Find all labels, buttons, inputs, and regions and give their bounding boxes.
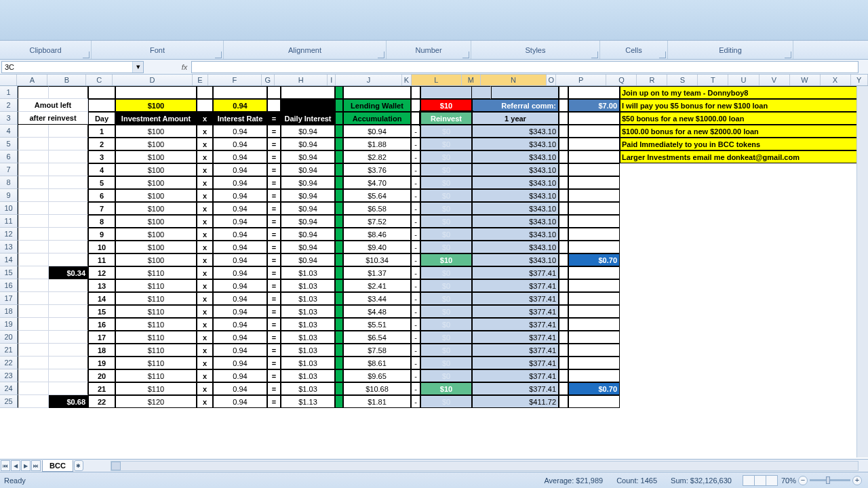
cell-E[interactable]: x — [197, 163, 213, 176]
cell-E[interactable]: x — [197, 292, 213, 305]
cell-E[interactable] — [197, 99, 213, 112]
cell-K[interactable]: - — [411, 292, 420, 305]
row-header-12[interactable]: 12 — [0, 228, 18, 241]
header-1year[interactable]: 1 year — [472, 112, 559, 125]
cell-reinvest[interactable]: $10 — [420, 382, 472, 395]
cell-investment[interactable]: $110 — [115, 279, 197, 292]
cell-I[interactable] — [335, 215, 343, 228]
cell-G[interactable] — [267, 99, 281, 112]
cell-reinvest[interactable]: $0 — [420, 292, 472, 305]
column-header-M[interactable]: M — [462, 75, 480, 85]
column-header-C[interactable]: C — [86, 75, 113, 85]
cell-daily-interest[interactable]: $1.03 — [281, 382, 335, 395]
zoom-out-button[interactable]: − — [798, 476, 808, 485]
cell-A[interactable]: after reinvest — [18, 112, 88, 125]
cell-D[interactable] — [115, 86, 197, 99]
cell-K[interactable]: - — [411, 369, 420, 382]
cell-I[interactable] — [335, 138, 343, 150]
cell-day[interactable]: 3 — [88, 150, 115, 163]
row-header-9[interactable]: 9 — [0, 189, 18, 202]
cell-amount-left[interactable] — [49, 357, 88, 369]
cell-rate[interactable]: 0.94 — [213, 150, 267, 163]
cell-day[interactable]: 13 — [88, 279, 115, 292]
header-accumulation[interactable]: Accumulation — [343, 112, 411, 125]
cell-reinvest[interactable]: $0 — [420, 215, 472, 228]
cell-E[interactable]: x — [197, 253, 213, 266]
cell-G[interactable]: = — [267, 357, 281, 369]
cell-day[interactable]: 2 — [88, 138, 115, 150]
cell-amount-left[interactable] — [49, 253, 88, 266]
cell-O[interactable] — [559, 369, 568, 382]
cell-M[interactable] — [472, 86, 491, 99]
cell-referral-p[interactable] — [568, 176, 620, 189]
cell-A[interactable] — [18, 318, 49, 331]
row-header-1[interactable]: 1 — [0, 86, 18, 99]
fx-icon[interactable]: fx — [178, 63, 191, 71]
dialog-launcher-icon[interactable] — [785, 52, 791, 58]
cell-investment[interactable]: $110 — [115, 382, 197, 395]
cell-K[interactable]: - — [411, 163, 420, 176]
cell-accumulation[interactable]: $6.54 — [343, 331, 411, 344]
cell-reinvest[interactable]: $0 — [420, 279, 472, 292]
cell-G[interactable]: = — [267, 163, 281, 176]
cell-1year[interactable]: $343.10 — [472, 241, 559, 253]
cell-E[interactable]: x — [197, 150, 213, 163]
cell-I[interactable] — [335, 163, 343, 176]
cell-G[interactable]: = — [267, 266, 281, 279]
cell-amount-left[interactable]: $0.34 — [49, 266, 88, 279]
cell-rate[interactable]: 0.94 — [213, 176, 267, 189]
cell-1year[interactable]: $343.10 — [472, 138, 559, 150]
cell-O[interactable] — [559, 176, 568, 189]
row-header-25[interactable]: 25 — [0, 395, 18, 408]
cell-investment[interactable]: $100 — [115, 189, 197, 202]
cell-reinvest[interactable]: $0 — [420, 125, 472, 138]
cell-E[interactable]: x — [197, 318, 213, 331]
cell-G[interactable]: = — [267, 382, 281, 395]
cell-I[interactable] — [335, 86, 343, 99]
cell-I[interactable] — [335, 228, 343, 241]
cell-K[interactable]: - — [411, 150, 420, 163]
cell-A[interactable] — [18, 241, 49, 253]
cell-amount-left[interactable] — [49, 163, 88, 176]
cell-E[interactable]: x — [197, 331, 213, 344]
row-header-6[interactable]: 6 — [0, 150, 18, 163]
page-layout-view-button[interactable] — [754, 475, 766, 486]
cell-daily-interest[interactable]: $0.94 — [281, 253, 335, 266]
first-sheet-button[interactable]: ⏮ — [1, 460, 10, 471]
cell-K[interactable]: - — [411, 331, 420, 344]
column-header-I[interactable]: I — [328, 75, 336, 85]
cell-reinvest[interactable]: $0 — [420, 331, 472, 344]
cell-day[interactable]: 14 — [88, 292, 115, 305]
cell-rate[interactable]: 0.94 — [213, 331, 267, 344]
column-header-O[interactable]: O — [547, 75, 556, 85]
cell-reinvest[interactable]: $0 — [420, 241, 472, 253]
cell-daily-interest[interactable]: $0.94 — [281, 125, 335, 138]
cell-I[interactable] — [335, 395, 343, 408]
cell-daily-interest[interactable]: $1.03 — [281, 369, 335, 382]
cell-reinvest[interactable]: $0 — [420, 318, 472, 331]
cell-investment[interactable]: $100 — [115, 253, 197, 266]
cell-O[interactable] — [559, 253, 568, 266]
cell-A[interactable] — [18, 357, 49, 369]
cell-O[interactable] — [559, 382, 568, 395]
cell-G[interactable]: = — [267, 241, 281, 253]
cell-accumulation[interactable]: $3.76 — [343, 163, 411, 176]
row-header-22[interactable]: 22 — [0, 357, 18, 369]
cell-amount-left[interactable] — [49, 125, 88, 138]
cell-A[interactable] — [18, 176, 49, 189]
row-header-20[interactable]: 20 — [0, 331, 18, 344]
row-header-5[interactable]: 5 — [0, 138, 18, 150]
cell-amount-left[interactable] — [49, 292, 88, 305]
cell-reinvest[interactable]: $0 — [420, 163, 472, 176]
cell-day[interactable]: 15 — [88, 305, 115, 318]
cell-1year[interactable]: $377.41 — [472, 357, 559, 369]
cell-rate[interactable]: 0.94 — [213, 395, 267, 408]
cell-daily-interest[interactable]: $0.94 — [281, 163, 335, 176]
cell-L[interactable] — [420, 86, 472, 99]
prev-sheet-button[interactable]: ◀ — [11, 460, 20, 471]
cell-rate[interactable]: 0.94 — [213, 241, 267, 253]
cell-I[interactable] — [335, 382, 343, 395]
cell-day[interactable]: 21 — [88, 382, 115, 395]
note-line-3[interactable]: $50 bonus for a new $1000.00 loan — [620, 112, 864, 125]
cell-O[interactable] — [559, 189, 568, 202]
